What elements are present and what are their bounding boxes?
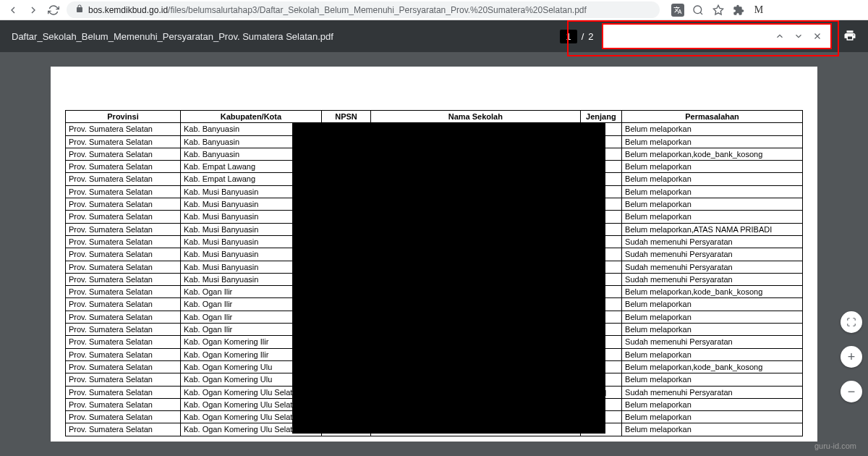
find-next-button[interactable] (791, 29, 806, 43)
cell-prov: Prov. Sumatera Selatan (66, 324, 181, 336)
cell-perm: Belum melaporkan (622, 398, 803, 410)
cell-perm: Belum melaporkan (622, 324, 803, 336)
translate-icon[interactable] (671, 4, 684, 17)
cell-prov: Prov. Sumatera Selatan (66, 248, 181, 261)
pdf-viewport[interactable]: QIN Provinsi Kabupaten/Kota NPSN Nama Se… (0, 52, 868, 456)
cell-perm: Sudah memenuhi Persyaratan (622, 248, 803, 261)
find-close-button[interactable] (810, 29, 825, 43)
extensions-icon[interactable] (732, 4, 745, 17)
cell-prov: Prov. Sumatera Selatan (66, 273, 181, 285)
cell-perm: Belum melaporkan (622, 123, 803, 135)
redaction-block (292, 122, 605, 434)
cell-perm: Sudah memenuhi Persyaratan (622, 235, 803, 248)
cell-prov: Prov. Sumatera Selatan (66, 286, 181, 298)
th-npsn: NPSN (321, 111, 370, 123)
svg-point-0 (694, 6, 702, 14)
print-icon[interactable] (843, 29, 856, 44)
zoom-in-button[interactable]: + (841, 346, 862, 368)
watermark: guru-id.com (814, 442, 856, 450)
cell-perm: Belum melaporkan (622, 161, 803, 173)
cell-perm: Belum melaporkan (622, 185, 803, 198)
cell-perm: Sudah memenuhi Persyaratan (622, 273, 803, 285)
cell-prov: Prov. Sumatera Selatan (66, 386, 181, 398)
cell-prov: Prov. Sumatera Selatan (66, 123, 181, 135)
cell-perm: Belum melaporkan,ATAS NAMA PRIBADI (622, 223, 803, 235)
cell-perm: Belum melaporkan (622, 198, 803, 211)
th-jenjang: Jenjang (580, 111, 621, 123)
zoom-icon[interactable] (692, 4, 705, 17)
cell-prov: Prov. Sumatera Selatan (66, 211, 181, 223)
th-nama: Nama Sekolah (371, 111, 581, 123)
page-total: 2 (588, 31, 593, 42)
cell-prov: Prov. Sumatera Selatan (66, 185, 181, 198)
cell-prov: Prov. Sumatera Selatan (66, 223, 181, 235)
browser-toolbar: bos.kemdikbud.go.id/files/belumsalurtaha… (0, 0, 868, 20)
cell-prov: Prov. Sumatera Selatan (66, 198, 181, 211)
cell-perm: Belum melaporkan (622, 348, 803, 360)
cell-perm: Belum melaporkan (622, 173, 803, 185)
bookmark-icon[interactable] (712, 4, 725, 17)
cell-prov: Prov. Sumatera Selatan (66, 235, 181, 248)
cell-perm: Belum melaporkan (622, 411, 803, 423)
reload-button[interactable] (46, 3, 61, 17)
side-tools: + − (841, 311, 862, 402)
cell-perm: Sudah memenuhi Persyaratan (622, 386, 803, 398)
cell-prov: Prov. Sumatera Selatan (66, 411, 181, 423)
cell-prov: Prov. Sumatera Selatan (66, 348, 181, 360)
address-bar[interactable]: bos.kemdikbud.go.id/files/belumsalurtaha… (67, 1, 660, 18)
cell-prov: Prov. Sumatera Selatan (66, 261, 181, 273)
th-provinsi: Provinsi (66, 111, 181, 123)
cell-prov: Prov. Sumatera Selatan (66, 373, 181, 386)
find-bar (602, 23, 832, 49)
page-indicator: 1 / 2 (560, 30, 593, 43)
cell-perm: Sudah memenuhi Persyaratan (622, 336, 803, 348)
zoom-out-button[interactable]: − (841, 381, 862, 402)
cell-perm: Sudah memenuhi Persyaratan (622, 261, 803, 273)
cell-prov: Prov. Sumatera Selatan (66, 161, 181, 173)
cell-perm: Belum melaporkan (622, 298, 803, 311)
cell-prov: Prov. Sumatera Selatan (66, 135, 181, 148)
th-permasalahan: Permasalahan (622, 111, 803, 123)
cell-prov: Prov. Sumatera Selatan (66, 298, 181, 311)
cell-perm: Belum melaporkan (622, 423, 803, 436)
find-input[interactable] (609, 28, 768, 45)
pdf-page: QIN Provinsi Kabupaten/Kota NPSN Nama Se… (51, 67, 817, 442)
cell-perm: Belum melaporkan,kode_bank_kosong (622, 360, 803, 373)
pdf-filename: Daftar_Sekolah_Belum_Memenuhi_Persyarata… (12, 31, 333, 42)
cell-perm: Belum melaporkan,kode_bank_kosong (622, 148, 803, 160)
cell-perm: Belum melaporkan (622, 311, 803, 323)
fit-page-button[interactable] (841, 311, 862, 333)
th-kabupaten: Kabupaten/Kota (180, 111, 321, 123)
find-prev-button[interactable] (773, 29, 787, 43)
cell-prov: Prov. Sumatera Selatan (66, 173, 181, 185)
cell-prov: Prov. Sumatera Selatan (66, 311, 181, 323)
forward-button[interactable] (26, 3, 41, 17)
cell-prov: Prov. Sumatera Selatan (66, 148, 181, 160)
cell-perm: Belum melaporkan (622, 211, 803, 223)
profile-icon[interactable]: M (752, 4, 765, 17)
cell-perm: Belum melaporkan,kode_bank_kosong (622, 286, 803, 298)
cell-perm: Belum melaporkan (622, 135, 803, 148)
cell-prov: Prov. Sumatera Selatan (66, 360, 181, 373)
table-header-row: Provinsi Kabupaten/Kota NPSN Nama Sekola… (66, 111, 803, 123)
cell-perm: Belum melaporkan (622, 373, 803, 386)
partial-text: QIN (592, 388, 607, 398)
url-text: bos.kemdikbud.go.id/files/belumsalurtaha… (88, 5, 587, 15)
back-button[interactable] (6, 3, 20, 17)
cell-prov: Prov. Sumatera Selatan (66, 423, 181, 436)
cell-prov: Prov. Sumatera Selatan (66, 336, 181, 348)
page-current-input[interactable]: 1 (560, 30, 576, 43)
lock-icon (75, 4, 84, 15)
cell-prov: Prov. Sumatera Selatan (66, 398, 181, 410)
